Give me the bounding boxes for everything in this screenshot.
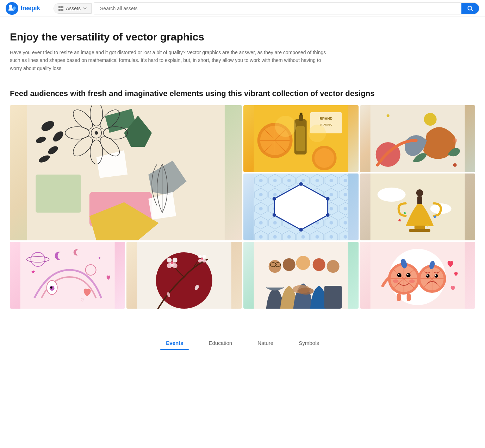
tab-symbols[interactable]: Symbols bbox=[293, 337, 325, 349]
svg-point-133 bbox=[398, 274, 399, 275]
svg-point-135 bbox=[393, 279, 398, 283]
svg-point-107 bbox=[203, 259, 206, 263]
svg-point-44 bbox=[299, 113, 302, 115]
svg-point-104 bbox=[203, 255, 206, 258]
svg-text:★: ★ bbox=[98, 256, 101, 260]
svg-rect-76 bbox=[417, 196, 422, 204]
page-title: Enjoy the versatility of vector graphics bbox=[10, 31, 475, 43]
svg-rect-5 bbox=[61, 9, 63, 11]
svg-point-148 bbox=[435, 275, 436, 276]
svg-rect-3 bbox=[61, 6, 63, 8]
svg-point-75 bbox=[416, 189, 423, 196]
svg-point-113 bbox=[282, 258, 295, 271]
svg-point-136 bbox=[409, 279, 415, 283]
svg-rect-117 bbox=[324, 286, 342, 309]
svg-point-55 bbox=[453, 163, 456, 167]
freepik-logo-icon bbox=[6, 2, 18, 15]
svg-point-122 bbox=[298, 288, 313, 295]
svg-point-103 bbox=[198, 255, 202, 258]
svg-rect-42 bbox=[296, 126, 305, 151]
grid-item-1[interactable] bbox=[10, 105, 242, 240]
svg-rect-81 bbox=[20, 242, 115, 309]
svg-point-40 bbox=[314, 148, 334, 168]
svg-point-146 bbox=[434, 274, 438, 278]
svg-point-114 bbox=[296, 256, 310, 270]
logo-text: freepik bbox=[20, 5, 40, 12]
section-title: Feed audiences with fresh and imaginativ… bbox=[10, 89, 475, 98]
svg-point-116 bbox=[327, 260, 339, 273]
svg-point-67 bbox=[299, 228, 303, 232]
svg-point-108 bbox=[201, 258, 203, 260]
grid-icon bbox=[58, 6, 64, 11]
svg-point-131 bbox=[397, 273, 401, 277]
svg-rect-73 bbox=[414, 226, 425, 229]
svg-point-106 bbox=[198, 259, 202, 263]
svg-point-98 bbox=[173, 258, 178, 263]
svg-point-49 bbox=[308, 125, 326, 142]
svg-point-54 bbox=[424, 113, 436, 126]
svg-point-102 bbox=[171, 261, 174, 264]
page-description: Have you ever tried to resize an image a… bbox=[10, 49, 327, 72]
svg-point-71 bbox=[377, 188, 405, 202]
svg-rect-74 bbox=[409, 229, 430, 232]
image-grid: BRAND VITAMIN C bbox=[10, 105, 475, 309]
search-button[interactable] bbox=[461, 3, 479, 14]
header: freepik Assets bbox=[0, 0, 485, 17]
svg-point-57 bbox=[453, 138, 457, 143]
svg-text:BRAND: BRAND bbox=[319, 117, 332, 121]
grid-item-9[interactable] bbox=[360, 242, 475, 309]
svg-point-101 bbox=[173, 263, 178, 268]
assets-dropdown[interactable]: Assets bbox=[54, 3, 92, 14]
grid-item-4[interactable] bbox=[243, 173, 359, 240]
svg-point-132 bbox=[406, 273, 410, 277]
svg-point-56 bbox=[386, 114, 389, 117]
svg-rect-18 bbox=[36, 175, 81, 213]
main-content: Enjoy the versatility of vector graphics… bbox=[0, 17, 485, 309]
svg-point-91 bbox=[50, 286, 52, 289]
logo: freepik bbox=[6, 2, 48, 15]
grid-item-5[interactable] bbox=[360, 173, 475, 240]
svg-point-88 bbox=[76, 249, 82, 255]
svg-rect-2 bbox=[58, 6, 61, 8]
grid-item-6[interactable]: ★ ★ ♡ bbox=[10, 242, 125, 309]
tab-nature[interactable]: Nature bbox=[252, 337, 279, 349]
svg-rect-138 bbox=[406, 294, 411, 301]
grid-item-3[interactable] bbox=[360, 105, 475, 172]
svg-rect-43 bbox=[299, 115, 303, 121]
assets-label: Assets bbox=[66, 6, 81, 11]
tab-events[interactable]: Events bbox=[160, 337, 189, 349]
grid-item-8[interactable] bbox=[243, 242, 359, 309]
grid-item-7[interactable] bbox=[126, 242, 242, 309]
svg-point-100 bbox=[167, 263, 172, 268]
svg-rect-4 bbox=[58, 9, 61, 11]
svg-point-115 bbox=[312, 258, 325, 271]
tab-education[interactable]: Education bbox=[203, 337, 238, 349]
svg-text:★: ★ bbox=[31, 269, 36, 275]
svg-point-1 bbox=[9, 5, 12, 8]
chevron-down-icon bbox=[83, 6, 87, 11]
svg-point-69 bbox=[272, 197, 276, 201]
svg-text:VITAMIN C: VITAMIN C bbox=[320, 124, 332, 126]
search-container bbox=[94, 2, 479, 14]
svg-point-65 bbox=[326, 197, 329, 201]
svg-point-64 bbox=[299, 182, 303, 186]
grid-item-2[interactable]: BRAND VITAMIN C bbox=[243, 105, 359, 172]
svg-point-134 bbox=[407, 274, 408, 275]
svg-point-66 bbox=[326, 213, 329, 217]
svg-point-68 bbox=[272, 213, 276, 217]
search-icon bbox=[467, 5, 473, 12]
svg-point-48 bbox=[275, 116, 296, 137]
svg-point-145 bbox=[426, 274, 429, 278]
svg-point-86 bbox=[58, 252, 66, 260]
svg-rect-137 bbox=[397, 294, 401, 301]
search-input[interactable] bbox=[94, 3, 461, 14]
bottom-tabs: Events Education Nature Symbols bbox=[0, 330, 485, 352]
svg-point-30 bbox=[95, 131, 98, 135]
svg-point-97 bbox=[167, 258, 172, 263]
svg-point-147 bbox=[426, 275, 428, 276]
svg-text:♡: ♡ bbox=[80, 298, 84, 303]
